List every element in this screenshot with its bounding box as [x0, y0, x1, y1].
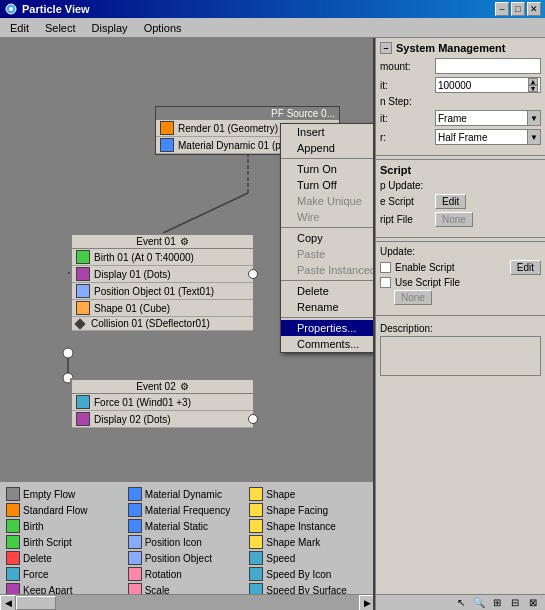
- substep-dropdown[interactable]: Half Frame ▼: [435, 129, 541, 145]
- toolbar-rotation[interactable]: Rotation: [126, 566, 248, 582]
- event2-header: Event 02 ⚙: [72, 380, 253, 394]
- icon-zoom-out[interactable]: ⊟: [507, 596, 523, 610]
- ctx-turnon[interactable]: Turn On: [281, 161, 373, 177]
- toolbar-empty-flow[interactable]: Empty Flow: [4, 486, 126, 502]
- icon-zoom-in[interactable]: ⊞: [489, 596, 505, 610]
- event-box-1[interactable]: Event 01 ⚙ Birth 01 (At 0 T:40000) Displ…: [70, 233, 255, 333]
- material-dynamic-icon: [128, 487, 142, 501]
- toolbar-material-dynamic[interactable]: Material Dynamic: [126, 486, 248, 502]
- toolbar-shape-mark[interactable]: Shape Mark: [247, 534, 369, 550]
- event2-gear-icon[interactable]: ⚙: [180, 381, 189, 392]
- position-row[interactable]: Position Object 01 (Text01): [72, 283, 253, 300]
- limit-spinners[interactable]: ▲ ▼: [528, 78, 538, 92]
- app-icon: [4, 2, 18, 16]
- scroll-left-btn[interactable]: ◀: [0, 595, 16, 611]
- toolbar-birth[interactable]: Birth: [4, 518, 126, 534]
- menu-select[interactable]: Select: [37, 20, 84, 36]
- menu-display[interactable]: Display: [84, 20, 136, 36]
- toolbar-material-frequency[interactable]: Material Frequency: [126, 502, 248, 518]
- collision-row[interactable]: Collision 01 (SDeflector01): [72, 317, 253, 331]
- icon-cursor[interactable]: ↖: [453, 596, 469, 610]
- script1-edit-btn[interactable]: Edit: [435, 194, 466, 209]
- toolbar-speed[interactable]: Speed: [247, 550, 369, 566]
- icon-fit[interactable]: ⊠: [525, 596, 541, 610]
- menu-edit[interactable]: Edit: [2, 20, 37, 36]
- limit-input[interactable]: 100000 ▲ ▼: [435, 77, 541, 93]
- ctx-append[interactable]: Append ▶: [281, 140, 373, 156]
- toolbar-grid: Empty Flow Material Dynamic Shape Standa…: [0, 482, 373, 610]
- birth-row[interactable]: Birth 01 (At 0 T:40000): [72, 249, 253, 266]
- h-scrollbar[interactable]: ◀ ▶: [0, 594, 373, 610]
- bottom-icons-bar: ↖ 🔍 ⊞ ⊟ ⊠: [376, 594, 545, 610]
- use-script-file-checkbox[interactable]: [380, 277, 391, 288]
- icon-search[interactable]: 🔍: [471, 596, 487, 610]
- toolbar-shape-facing[interactable]: Shape Facing: [247, 502, 369, 518]
- amount-input[interactable]: [435, 58, 541, 74]
- minimize-button[interactable]: –: [495, 2, 509, 16]
- event-box-2[interactable]: Event 02 ⚙ Force 01 (Wind01 +3) Display …: [70, 378, 255, 430]
- toolbar-shape-instance[interactable]: Shape Instance: [247, 518, 369, 534]
- substep-dropdown-btn[interactable]: ▼: [527, 129, 541, 145]
- ctx-turnoff[interactable]: Turn Off: [281, 177, 373, 193]
- script1-file-row: ript File None: [380, 212, 541, 227]
- material-frequency-icon: [128, 503, 142, 517]
- empty-flow-icon: [6, 487, 20, 501]
- canvas-area[interactable]: PF Source 0... Render 01 (Geometry) Mate…: [0, 38, 375, 610]
- toolbar-birth-script[interactable]: Birth Script: [4, 534, 126, 550]
- menu-options[interactable]: Options: [136, 20, 190, 36]
- integration-value: Frame: [435, 110, 527, 126]
- toolbar-position-icon[interactable]: Position Icon: [126, 534, 248, 550]
- shape-row[interactable]: Shape 01 (Cube): [72, 300, 253, 317]
- step-label: n Step:: [380, 96, 435, 107]
- toolbar-speed-by-icon[interactable]: Speed By Icon: [247, 566, 369, 582]
- toolbar-delete[interactable]: Delete: [4, 550, 126, 566]
- toolbar-force[interactable]: Force: [4, 566, 126, 582]
- toolbar-position-object[interactable]: Position Object: [126, 550, 248, 566]
- integration-dropdown-btn[interactable]: ▼: [527, 110, 541, 126]
- toolbar-standard-flow[interactable]: Standard Flow: [4, 502, 126, 518]
- material-dynamic-label: Material Dynamic: [145, 489, 222, 500]
- svg-point-5: [63, 348, 73, 358]
- position-icon: [76, 284, 90, 298]
- maximize-button[interactable]: □: [511, 2, 525, 16]
- shape-tb-label: Shape: [266, 489, 295, 500]
- shape-tb-icon: [249, 487, 263, 501]
- toolbar-material-static[interactable]: Material Static: [126, 518, 248, 534]
- ctx-makeunique[interactable]: Make Unique: [281, 193, 373, 209]
- pf-source-title-text: PF Source 0...: [271, 108, 335, 119]
- position-icon-label: Position Icon: [145, 537, 202, 548]
- ctx-rename[interactable]: Rename: [281, 299, 373, 315]
- ctx-paste-instanced[interactable]: Paste Instanced: [281, 262, 373, 278]
- display2-row[interactable]: Display 02 (Dots): [72, 411, 253, 428]
- integration-dropdown[interactable]: Frame ▼: [435, 110, 541, 126]
- ctx-delete[interactable]: Delete: [281, 283, 373, 299]
- scroll-track[interactable]: [16, 595, 359, 610]
- scroll-thumb[interactable]: [16, 596, 56, 610]
- collapse-system-btn[interactable]: –: [380, 42, 392, 54]
- ctx-insert[interactable]: Insert ▶: [281, 124, 373, 140]
- toolbar-shape[interactable]: Shape: [247, 486, 369, 502]
- description-box[interactable]: [380, 336, 541, 376]
- ctx-copy[interactable]: Copy: [281, 230, 373, 246]
- limit-spin-up[interactable]: ▲: [528, 78, 538, 85]
- render-icon: [160, 121, 174, 135]
- ctx-wire[interactable]: Wire: [281, 209, 373, 225]
- script2-none-btn[interactable]: None: [394, 290, 432, 305]
- force-row[interactable]: Force 01 (Wind01 +3): [72, 394, 253, 411]
- delete-tb-label: Delete: [23, 553, 52, 564]
- display1-row[interactable]: Display 01 (Dots): [72, 266, 253, 283]
- ctx-properties[interactable]: Properties...: [281, 320, 373, 336]
- substep-row: r: Half Frame ▼: [380, 129, 541, 145]
- limit-spin-down[interactable]: ▼: [528, 85, 538, 92]
- enable-script-checkbox[interactable]: [380, 262, 391, 273]
- scroll-right-btn[interactable]: ▶: [359, 595, 373, 611]
- ctx-paste[interactable]: Paste: [281, 246, 373, 262]
- limit-label: it:: [380, 80, 435, 91]
- system-mgmt-title: System Management: [396, 42, 505, 54]
- ctx-comments[interactable]: Comments...: [281, 336, 373, 352]
- script1-none-btn[interactable]: None: [435, 212, 473, 227]
- event1-gear-icon[interactable]: ⚙: [180, 236, 189, 247]
- birth-label: Birth 01 (At 0 T:40000): [94, 252, 194, 263]
- script2-edit-btn[interactable]: Edit: [510, 260, 541, 275]
- close-button[interactable]: ✕: [527, 2, 541, 16]
